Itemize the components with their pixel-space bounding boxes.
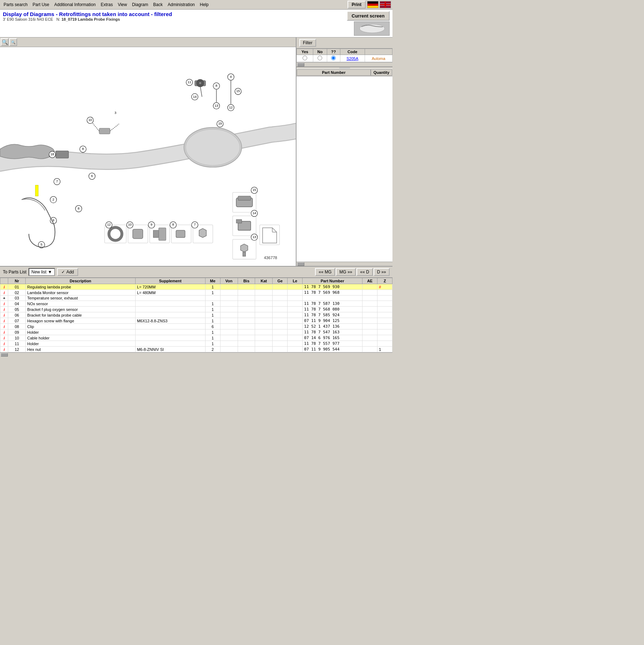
table-row[interactable]: + 03 Temperature sensor, exhaust (0, 296, 392, 301)
filter-no-radio[interactable] (313, 55, 327, 62)
table-row[interactable]: i 01 Regulating lambda probe L= 720MM 1 … (0, 284, 392, 290)
row-ae (362, 318, 377, 324)
row-ge (273, 301, 288, 307)
row-bis (238, 307, 255, 312)
menu-extras[interactable]: Extras (98, 1, 115, 8)
header-thumbnail (354, 21, 389, 36)
header-subtitle: 3' E90 Saloon 316i N43 ECE N: 18_0719 La… (3, 17, 347, 21)
scroll-thumb-parts[interactable] (297, 262, 304, 266)
row-kat (255, 290, 273, 296)
menu-parts-search[interactable]: Parts search (1, 1, 30, 8)
table-row[interactable]: i 04 NOx sensor 1 11 78 7 587 130 (0, 301, 392, 307)
row-le (288, 312, 303, 318)
table-row[interactable]: i 09 Holder 1 11 78 7 547 163 (0, 329, 392, 335)
table-row[interactable]: i 05 Bracket f plug oxygen sensor 1 11 7… (0, 307, 392, 312)
filter-qq-radio[interactable] (327, 55, 340, 62)
table-row[interactable]: i 07 Hexagon screw with flange M6X12-8.8… (0, 318, 392, 324)
scroll-thumb-bottom[interactable] (1, 353, 8, 357)
row-von (220, 301, 238, 307)
row-me: 2 (205, 347, 220, 352)
row-ge (273, 312, 288, 318)
row-description: Temperature sensor, exhaust (26, 296, 136, 301)
row-kat (255, 324, 273, 329)
row-bis (238, 296, 255, 301)
row-nr: 09 (8, 329, 26, 335)
svg-text:13: 13 (215, 104, 218, 107)
menu-additional-info[interactable]: Additional Information (52, 1, 98, 8)
row-description: Clip (26, 324, 136, 329)
menu-help[interactable]: Help (198, 1, 211, 8)
row-ge (273, 341, 288, 347)
row-ae (362, 335, 377, 341)
row-description: Lambda Monitor sensor (26, 290, 136, 296)
nav-d-prev[interactable]: «« D (356, 268, 372, 276)
svg-text:11: 11 (188, 80, 191, 84)
row-von (220, 307, 238, 312)
current-screen-button[interactable]: Current screen (347, 11, 390, 21)
filter-button[interactable]: Filter (299, 39, 316, 47)
menubar: Parts search Part Use Additional Informa… (0, 0, 392, 10)
row-z (377, 301, 392, 307)
filter-h-scroll[interactable] (296, 62, 392, 67)
header-right: Current screen (347, 11, 390, 36)
add-button[interactable]: ✓ Add (57, 268, 78, 276)
row-ae (362, 324, 377, 329)
nav-mg-prev[interactable]: «« MG (315, 268, 335, 276)
table-row[interactable]: i 10 Cable holder 1 07 14 6 976 165 (0, 335, 392, 341)
table-row[interactable]: i 08 Clip 6 12 52 1 437 136 (0, 324, 392, 329)
row-z (377, 329, 392, 335)
row-le (288, 284, 303, 290)
nav-d-next[interactable]: D »» (374, 268, 390, 276)
table-row[interactable]: i 06 Bracket for lambda probe cable 1 11… (0, 312, 392, 318)
filter-yes-radio[interactable] (297, 55, 313, 62)
row-part-number (303, 296, 362, 301)
row-z: # (377, 284, 392, 290)
menu-administration[interactable]: Administration (166, 1, 197, 8)
svg-text:436778: 436778 (264, 256, 277, 260)
menu-part-use[interactable]: Part Use (30, 1, 51, 8)
row-supplement: L= 480MM (135, 290, 205, 296)
zoom-out-button[interactable]: 🔍 (9, 38, 17, 46)
print-button[interactable]: Print (348, 1, 366, 9)
row-icon: i (0, 307, 8, 312)
svg-text:12: 12 (107, 223, 111, 226)
svg-rect-33 (56, 151, 69, 158)
filter-code-value[interactable]: S205A (340, 55, 365, 62)
row-ae (362, 301, 377, 307)
row-le (288, 307, 303, 312)
zoom-out-icon: 🔍 (11, 40, 15, 44)
svg-text:8: 8 (215, 84, 217, 87)
table-row[interactable]: i 02 Lambda Monitor sensor L= 480MM 1 11… (0, 290, 392, 296)
row-me: 1 (205, 335, 220, 341)
col-z: Z (377, 278, 392, 284)
menu-back[interactable]: Back (151, 1, 165, 8)
nav-mg-next[interactable]: MG »» (336, 268, 356, 276)
row-me: 1 (205, 290, 220, 296)
col-supplement: Supplement (135, 278, 205, 284)
svg-text:10: 10 (88, 118, 92, 122)
table-row[interactable]: i 12 Hex nut M6-8-ZNNIV SI 2 07 11 9 905… (0, 347, 392, 352)
row-icon: i (0, 290, 8, 296)
row-supplement (135, 329, 205, 335)
row-kat (255, 284, 273, 290)
col-nr: Nr (8, 278, 26, 284)
new-list-select[interactable]: New list ▼ (29, 268, 55, 276)
row-me: 1 (205, 312, 220, 318)
row-ge (273, 335, 288, 341)
row-supplement: M6X12-8.8-ZNS3 (135, 318, 205, 324)
menu-diagram[interactable]: Diagram (130, 1, 150, 8)
row-supplement (135, 296, 205, 301)
table-row[interactable]: i 11 Holder 1 11 78 7 557 977 (0, 341, 392, 347)
row-me: 6 (205, 324, 220, 329)
svg-text:6: 6 (91, 174, 93, 178)
row-bis (238, 312, 255, 318)
parts-panel-h-scroll[interactable] (296, 262, 392, 266)
row-description: Holder (26, 341, 136, 347)
row-von (220, 329, 238, 335)
scroll-thumb-filter[interactable] (297, 63, 304, 66)
row-bis (238, 284, 255, 290)
zoom-in-button[interactable]: 🔍 (1, 38, 9, 46)
bottom-h-scroll[interactable] (0, 352, 392, 357)
menu-view[interactable]: View (116, 1, 129, 8)
row-supplement (135, 324, 205, 329)
